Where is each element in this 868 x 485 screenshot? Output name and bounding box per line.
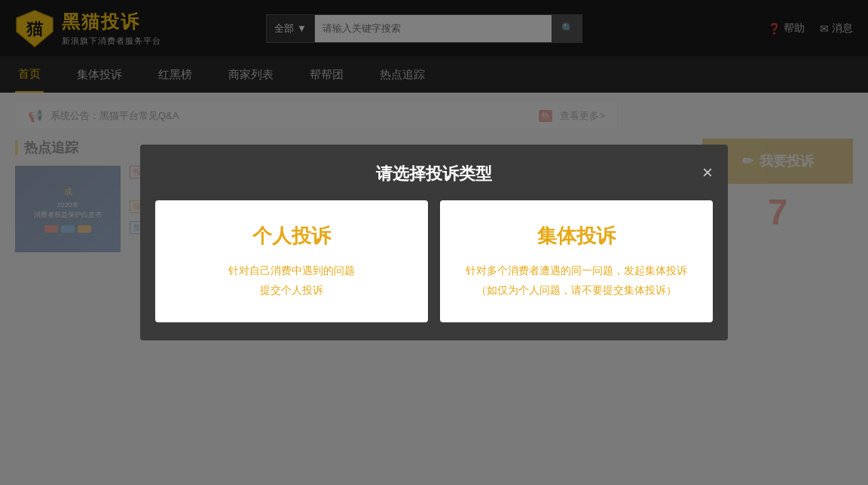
modal-title: 请选择投诉类型 (376, 163, 492, 185)
group-desc-line2: （如仅为个人问题，请不要提交集体投诉） (466, 281, 687, 300)
personal-option-desc: 针对自己消费中遇到的问题 提交个人投诉 (228, 261, 355, 299)
modal-body: 个人投诉 针对自己消费中遇到的问题 提交个人投诉 集体投诉 针对多个消费者遭遇的… (140, 200, 728, 340)
personal-desc-line1: 针对自己消费中遇到的问题 (228, 261, 355, 280)
personal-desc-line2: 提交个人投诉 (228, 281, 355, 300)
complaint-type-modal: 请选择投诉类型 × 个人投诉 针对自己消费中遇到的问题 提交个人投诉 集体投诉 … (140, 145, 728, 340)
personal-complaint-option[interactable]: 个人投诉 针对自己消费中遇到的问题 提交个人投诉 (155, 200, 428, 322)
group-desc-line1: 针对多个消费者遭遇的同一问题，发起集体投诉 (466, 261, 687, 280)
modal-close-button[interactable]: × (702, 163, 713, 181)
group-option-title: 集体投诉 (537, 223, 616, 249)
modal-header: 请选择投诉类型 × (140, 145, 728, 200)
group-option-desc: 针对多个消费者遭遇的同一问题，发起集体投诉 （如仅为个人问题，请不要提交集体投诉… (466, 261, 687, 299)
personal-option-title: 个人投诉 (252, 223, 331, 249)
group-complaint-option[interactable]: 集体投诉 针对多个消费者遭遇的同一问题，发起集体投诉 （如仅为个人问题，请不要提… (440, 200, 713, 322)
modal-overlay[interactable]: 请选择投诉类型 × 个人投诉 针对自己消费中遇到的问题 提交个人投诉 集体投诉 … (0, 0, 868, 485)
